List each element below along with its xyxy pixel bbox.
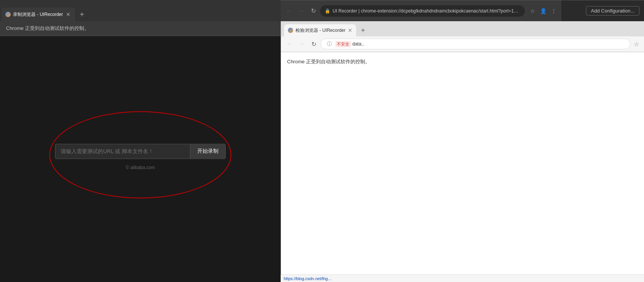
right-refresh-button[interactable]: ↻: [308, 39, 319, 49]
right-browser-chrome: 检验浏览器 - UIRecorder ✕ + ← → ↻ ⓘ 不安全 data:…: [281, 21, 644, 52]
right-new-tab-button[interactable]: +: [358, 25, 368, 36]
right-chrome-notification: Chrome 正受到自动测试软件的控制。: [281, 52, 644, 71]
recorder-input-row: 开始录制: [55, 144, 226, 159]
right-tab-strip: 检验浏览器 - UIRecorder ✕ +: [281, 21, 644, 36]
left-forward-button[interactable]: →: [296, 6, 306, 16]
left-new-tab-button[interactable]: +: [77, 9, 87, 20]
recorder-url-input[interactable]: [55, 144, 190, 158]
right-tab-close-icon[interactable]: ✕: [348, 27, 352, 33]
left-chrome-notification: Chrome 正受到自动测试软件的控制。: [0, 21, 281, 36]
left-page-content: 开始录制 © alibaba.com: [0, 36, 281, 282]
left-address-lock-icon: 🔒: [325, 8, 330, 14]
left-address-bar-row: ← → ↻ 🔒 UI Recorder | chrome-extension:/…: [281, 0, 561, 21]
right-insecure-badge: 不安全: [335, 41, 351, 47]
left-menu-icon[interactable]: ⋮: [549, 6, 558, 16]
left-tab-close-icon[interactable]: ✕: [65, 11, 71, 17]
left-tab-title: 录制浏览器 - UIRecorder: [13, 11, 63, 18]
left-address-icons: ☆ 👤 ⋮: [528, 6, 558, 16]
recorder-start-button[interactable]: 开始录制: [190, 144, 225, 158]
recorder-copyright: © alibaba.com: [126, 165, 155, 170]
recorder-form: 开始录制 © alibaba.com: [55, 144, 226, 170]
right-address-row: ← → ↻ ⓘ 不安全 data:, ☆: [281, 36, 644, 52]
right-address-box[interactable]: ⓘ 不安全 data:,: [320, 39, 630, 49]
right-forward-button[interactable]: →: [296, 39, 307, 49]
add-configuration-button[interactable]: Add Configuration...: [586, 6, 639, 16]
right-pane: 检验浏览器 - UIRecorder ✕ + ← → ↻ ⓘ 不安全 data:…: [281, 21, 644, 282]
right-page-content: [281, 71, 644, 282]
left-active-tab[interactable]: 录制浏览器 - UIRecorder ✕: [2, 8, 75, 21]
left-pane: Chrome 正受到自动测试软件的控制。 开始录制 © alibaba.com: [0, 21, 281, 282]
left-avatar-icon[interactable]: 👤: [539, 6, 548, 16]
left-address-box[interactable]: 🔒 UI Recorder | chrome-extension://dcpeb…: [320, 5, 525, 17]
right-tab-title: 检验浏览器 - UIRecorder: [295, 27, 346, 34]
panes-container: Chrome 正受到自动测试软件的控制。 开始录制 © alibaba.com: [0, 21, 644, 282]
right-notification-text: Chrome 正受到自动测试软件的控制。: [287, 59, 370, 64]
left-tab-strip: 录制浏览器 - UIRecorder ✕ +: [0, 0, 281, 21]
left-refresh-button[interactable]: ↻: [308, 6, 319, 16]
right-tab-favicon: [288, 28, 293, 33]
right-back-button[interactable]: ←: [284, 39, 295, 49]
left-address-text: UI Recorder | chrome-extension://dcpebgl…: [333, 8, 520, 14]
left-back-button[interactable]: ←: [284, 6, 294, 16]
left-bookmark-icon[interactable]: ☆: [528, 6, 537, 16]
top-bar-right: Add Configuration...: [561, 0, 644, 21]
right-info-icon: ⓘ: [325, 39, 334, 49]
status-bar: https://blog.csdn.net/lhg...: [281, 274, 644, 282]
left-notification-text: Chrome 正受到自动测试软件的控制。: [6, 25, 89, 31]
tab-favicon: [5, 12, 11, 17]
top-chrome-bar: 录制浏览器 - UIRecorder ✕ + ← → ↻ 🔒 UI Record…: [0, 0, 644, 21]
right-star-button[interactable]: ☆: [632, 39, 641, 49]
right-active-tab[interactable]: 检验浏览器 - UIRecorder ✕: [284, 24, 356, 36]
right-address-text: data:,: [352, 41, 364, 47]
status-bar-url: https://blog.csdn.net/lhg...: [284, 276, 331, 281]
